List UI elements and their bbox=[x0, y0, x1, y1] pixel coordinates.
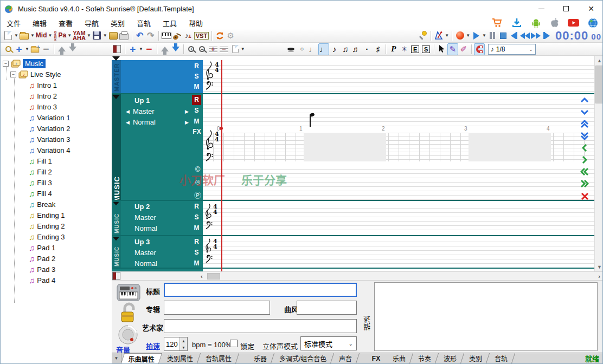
tab-waveform[interactable]: 波形 bbox=[437, 353, 464, 363]
save-button[interactable] bbox=[92, 30, 102, 42]
collapse-triangle[interactable] bbox=[112, 56, 120, 61]
pencil-tool-button[interactable]: ✎ bbox=[447, 43, 458, 55]
yamaha-import-button[interactable]: YAMAHA bbox=[72, 30, 86, 42]
tempo-input[interactable] bbox=[164, 337, 179, 350]
right-arrow-icon[interactable]: ▶ bbox=[185, 117, 189, 128]
pedal-button[interactable]: P bbox=[388, 43, 399, 55]
view-options-dropdown[interactable]: ▼ bbox=[241, 47, 245, 51]
apple-icon[interactable] bbox=[550, 18, 559, 28]
tab-category[interactable]: 类别 bbox=[462, 353, 490, 363]
tree-item-live-style[interactable]: Live Style bbox=[30, 70, 61, 79]
lock-checkbox[interactable] bbox=[230, 340, 238, 347]
eraser-tool-button[interactable]: ✐ bbox=[458, 43, 469, 55]
move-track-up-button[interactable] bbox=[159, 43, 170, 55]
guitar-button[interactable] bbox=[172, 30, 183, 42]
menu-navigate[interactable]: 导航 bbox=[79, 17, 105, 29]
track3-record-button[interactable]: R bbox=[192, 237, 201, 247]
open-file-dropdown[interactable]: ▼ bbox=[30, 33, 35, 38]
tree-item[interactable]: ♫Variation 3 bbox=[29, 134, 70, 145]
tab-sound[interactable]: 声音 bbox=[332, 353, 360, 363]
registered-badge[interactable]: ◎ bbox=[193, 178, 202, 185]
double-chevron-left-button[interactable] bbox=[578, 166, 591, 177]
tab-song-properties[interactable]: 乐曲属性 bbox=[121, 353, 162, 363]
master-strip[interactable]: MASTER bbox=[112, 60, 121, 93]
tree-item[interactable]: ♫Intro 3 bbox=[29, 101, 57, 112]
play-button[interactable] bbox=[471, 30, 482, 42]
tab-track[interactable]: 音轨 bbox=[487, 353, 515, 363]
stereo-mode-select[interactable]: 标准模式 ⌄ bbox=[300, 336, 357, 350]
scroll-up-button[interactable]: ▲ bbox=[595, 56, 603, 65]
midi-import-button[interactable]: Mid bbox=[35, 30, 48, 42]
artist-input[interactable] bbox=[164, 319, 357, 333]
collapse-triangle[interactable] bbox=[113, 237, 119, 240]
horizontal-scrollbar[interactable]: ‹ › bbox=[112, 271, 603, 280]
android-icon[interactable] bbox=[531, 18, 541, 28]
vertical-scrollbar[interactable]: ▲ ▼ bbox=[594, 56, 603, 271]
chevron-left-button[interactable] bbox=[578, 142, 591, 153]
select-tool-button[interactable] bbox=[437, 43, 447, 55]
shop-cart-icon[interactable] bbox=[492, 18, 503, 28]
tab-list-dropdown[interactable]: ▼ bbox=[112, 353, 121, 363]
track-editor-area[interactable]: 0 1 2 3 4 MASTER R S M MUSIC Up 1 ◀Maste… bbox=[112, 56, 603, 280]
note-half-button[interactable]: ♩ bbox=[307, 43, 318, 55]
close-button[interactable]: ✕ bbox=[579, 1, 603, 17]
collapse-triangle[interactable] bbox=[112, 95, 120, 99]
tempo-spinner[interactable]: ▲▼ bbox=[164, 337, 188, 351]
print-button[interactable] bbox=[119, 30, 130, 42]
note-quarter-button[interactable]: ♩ bbox=[318, 43, 329, 55]
scroll-down-button[interactable]: ▼ bbox=[595, 262, 603, 271]
album-input[interactable] bbox=[164, 301, 270, 315]
chevron-right-button[interactable] bbox=[578, 154, 591, 165]
menu-tools[interactable]: 工具 bbox=[157, 17, 183, 29]
maximize-button[interactable] bbox=[554, 1, 579, 17]
dot-button[interactable]: · bbox=[362, 43, 373, 55]
export-button[interactable] bbox=[108, 30, 119, 42]
add-category-dropdown[interactable]: ▼ bbox=[25, 47, 29, 51]
panel-toggle-small[interactable] bbox=[112, 272, 120, 280]
chevron-up-button[interactable] bbox=[578, 95, 591, 106]
master-solo-button[interactable]: S bbox=[192, 72, 201, 82]
step-forward-button[interactable] bbox=[541, 30, 552, 42]
tree-item[interactable]: ♫Pad 3 bbox=[29, 264, 55, 275]
spin-up-button[interactable]: ▲ bbox=[180, 337, 187, 344]
expression-button[interactable]: E bbox=[410, 43, 421, 55]
master-record-button[interactable]: R bbox=[192, 61, 201, 72]
note-breve-button[interactable] bbox=[286, 43, 297, 55]
vst-button[interactable]: VST bbox=[194, 30, 209, 42]
track2-mode[interactable]: Normal bbox=[134, 223, 157, 234]
double-chevron-down-button[interactable] bbox=[578, 131, 591, 141]
tree-item[interactable]: ♫Variation 2 bbox=[29, 123, 70, 134]
left-arrow-icon[interactable]: ◀ bbox=[126, 106, 130, 117]
tree-item[interactable]: ♫Fill 3 bbox=[29, 177, 52, 188]
remove-track-button[interactable]: − bbox=[144, 43, 155, 55]
snap-button[interactable] bbox=[474, 43, 485, 55]
volume-knob-icon[interactable] bbox=[117, 324, 139, 346]
move-category-down-button[interactable] bbox=[67, 43, 78, 55]
settings-button[interactable]: ⚙ bbox=[225, 30, 236, 42]
description-textarea[interactable] bbox=[374, 282, 598, 351]
track1-record-button[interactable]: R bbox=[192, 95, 201, 105]
double-chevron-up-button[interactable] bbox=[578, 119, 591, 129]
tree-item[interactable]: ♫Ending 2 bbox=[29, 220, 65, 231]
undo-button[interactable]: ↶ bbox=[134, 30, 145, 42]
collapse-staff-button[interactable]: − bbox=[219, 43, 229, 55]
track1-strip[interactable]: MUSIC bbox=[112, 94, 121, 200]
tree-item[interactable]: ♫Fill 1 bbox=[29, 155, 52, 166]
tree-item[interactable]: ♫Ending 1 bbox=[29, 210, 65, 220]
tree-item[interactable]: ♫Intro 2 bbox=[29, 90, 57, 101]
remove-category-button[interactable]: − bbox=[41, 43, 52, 55]
transpose-button[interactable]: ♪± bbox=[183, 30, 194, 42]
tree-item[interactable]: ♫Ending 3 bbox=[29, 231, 65, 242]
tree-root-row[interactable]: − ♪ Music bbox=[3, 58, 46, 69]
fast-forward-button[interactable] bbox=[530, 30, 541, 42]
pause-button[interactable] bbox=[487, 30, 498, 42]
menu-file[interactable]: 文件 bbox=[1, 17, 27, 29]
add-category-button[interactable]: + bbox=[14, 43, 24, 55]
menu-track[interactable]: 音轨 bbox=[131, 17, 157, 29]
note-sixteenth-button[interactable]: ♫ bbox=[340, 43, 351, 55]
tab-track-properties[interactable]: 音轨属性 bbox=[198, 353, 239, 363]
track2-name[interactable]: Up 2 bbox=[134, 202, 150, 212]
right-arrow-icon[interactable]: ▶ bbox=[185, 106, 189, 117]
midi-dropdown[interactable]: ▼ bbox=[48, 33, 53, 38]
find-button[interactable] bbox=[3, 43, 14, 55]
